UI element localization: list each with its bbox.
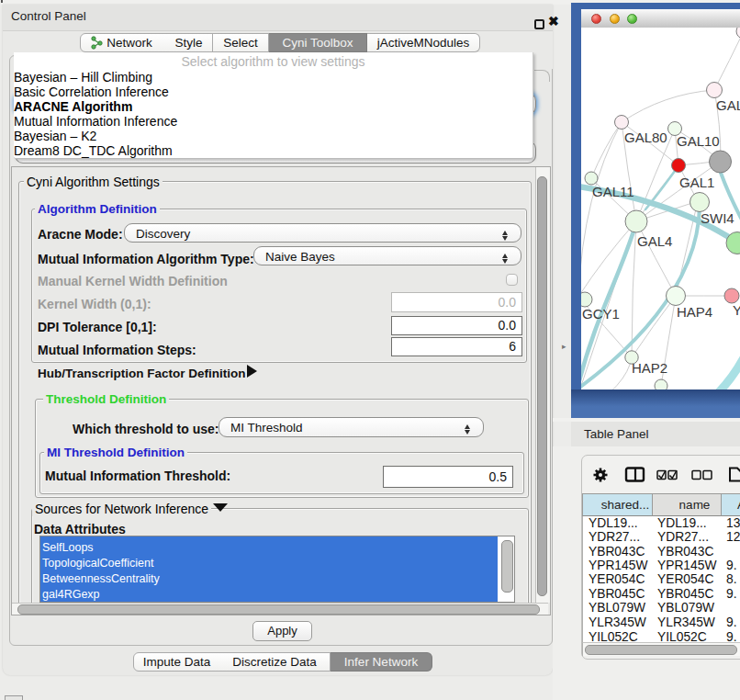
svg-text:HAP2: HAP2 (632, 360, 667, 376)
svg-text:Y: Y (733, 302, 740, 318)
svg-text:GAL10: GAL10 (677, 133, 720, 149)
svg-text:GAL4: GAL4 (637, 233, 672, 249)
svg-text:GAL7: GAL7 (716, 97, 740, 113)
svg-text:GAL80: GAL80 (624, 130, 667, 145)
svg-text:GCY1: GCY1 (582, 306, 620, 322)
svg-text:HAP4: HAP4 (677, 304, 712, 320)
svg-text:GAL11: GAL11 (592, 184, 634, 199)
svg-text:GAL1: GAL1 (679, 175, 714, 190)
svg-text:SWI4: SWI4 (701, 210, 734, 226)
